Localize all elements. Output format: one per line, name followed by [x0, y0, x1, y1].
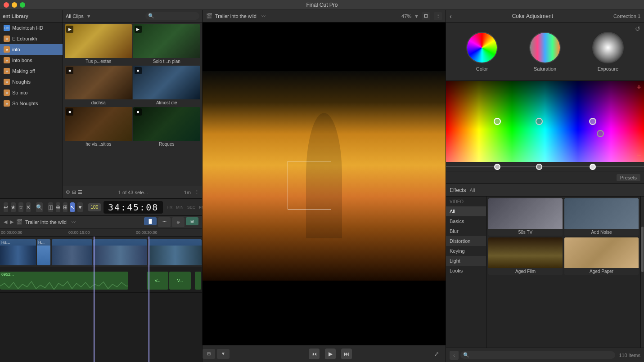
audio-clip[interactable] — [195, 272, 201, 290]
settings-icon[interactable]: ⚙ — [66, 189, 70, 195]
speed-indicator[interactable]: 100 — [88, 203, 101, 211]
video-selection-box[interactable] — [288, 161, 331, 210]
app-title: Final Cut Pro — [306, 2, 338, 8]
effects-cat-keying[interactable]: Keying — [446, 246, 486, 256]
sidebar-item-electronikh[interactable]: ★ ElEctronikh — [0, 33, 63, 44]
blade-tool-button[interactable]: ⊕ — [56, 202, 60, 212]
viewer-transform-button[interactable]: ⊟ — [203, 349, 215, 359]
clip-item[interactable]: ■ he vis...sitios — [65, 107, 132, 147]
scroll-handle-icon[interactable]: ⋮ — [194, 189, 199, 195]
all-clips-dropdown[interactable]: All Clips — [66, 13, 84, 19]
timeline-clip[interactable] — [149, 239, 202, 265]
gradient-handle-1[interactable] — [494, 118, 501, 125]
h-slider-thumb-2[interactable] — [536, 164, 542, 170]
star-rating-button[interactable]: ★ — [11, 202, 16, 212]
timeline-clip[interactable]: H... — [37, 239, 50, 265]
viewer-settings-button[interactable]: ⋮ — [434, 12, 442, 20]
effects-cat-looks[interactable]: Looks — [446, 266, 486, 276]
gradient-add-button[interactable]: + — [636, 83, 641, 92]
go-to-start-button[interactable]: ⏮ — [309, 349, 320, 359]
clips-search-bar[interactable]: 🔍 — [145, 12, 199, 20]
trim-tool-button[interactable]: ◫ — [48, 202, 53, 212]
effects-cat-all[interactable]: All — [446, 206, 486, 216]
clip-item[interactable]: ■ duchsa — [65, 66, 132, 106]
effects-cat-blur[interactable]: Blur — [446, 226, 486, 236]
video-preview-area[interactable] — [203, 22, 446, 345]
exposure-wheel[interactable] — [592, 32, 624, 63]
h-slider-thumb-1[interactable] — [494, 164, 500, 170]
star-icon: ★ — [4, 68, 10, 74]
h-slider-thumb-3[interactable] — [590, 164, 596, 170]
color-h-slider[interactable] — [446, 162, 644, 171]
effect-add-noise[interactable]: Add Noise — [564, 198, 639, 236]
reject-button[interactable]: ✕ — [26, 202, 31, 212]
in-out-button[interactable]: ▐▌ — [144, 217, 157, 225]
select-tool-button[interactable]: ↖ — [70, 202, 75, 212]
zoom-dropdown-arrow[interactable]: ▼ — [414, 13, 419, 19]
search-button[interactable]: 🔍 — [36, 202, 43, 212]
dropdown-arrow[interactable]: ▼ — [86, 13, 91, 19]
effects-all-link[interactable]: All — [469, 188, 475, 193]
gradient-handle-2[interactable] — [536, 118, 543, 125]
gradient-handle-3[interactable] — [589, 118, 596, 125]
effects-back-button[interactable]: ‹ — [450, 351, 459, 360]
effect-aged-film[interactable]: Aged Film — [488, 237, 563, 275]
maximize-button[interactable] — [20, 2, 25, 8]
effect-thumbnail — [564, 237, 639, 268]
library-sidebar: ent Library HD Macintosh HD ★ ElEctronik… — [0, 10, 63, 198]
waveform-toggle[interactable]: 〜 — [158, 217, 171, 227]
audio-clip[interactable]: V... — [169, 272, 191, 290]
sidebar-item-into-bons[interactable]: ★ into bons — [0, 55, 63, 66]
gradient-remove-button[interactable]: − — [636, 151, 641, 160]
clip-item[interactable]: ▶ Tus p...estas — [65, 24, 132, 65]
audio-clip[interactable]: V... — [147, 272, 168, 290]
effect-aged-paper[interactable]: Aged Paper — [564, 237, 639, 275]
fullscreen-button[interactable]: ⤢ — [431, 349, 442, 359]
zoom-toggle[interactable]: ⊕ — [172, 217, 185, 227]
grid-view-icon[interactable]: ⊞ — [72, 189, 76, 195]
clip-item[interactable]: ▶ Solo t...n plan — [133, 24, 201, 65]
back-track-icon[interactable]: ◀ — [4, 219, 7, 225]
clip-item[interactable]: ■ Roques — [133, 107, 201, 147]
color-wheel[interactable] — [466, 32, 498, 63]
saturation-wheel[interactable] — [529, 32, 561, 63]
connect-tool-button[interactable]: ⊞ — [63, 202, 68, 212]
gradient-handle-4[interactable] — [597, 130, 604, 137]
star-rating-empty-button[interactable]: ☆ — [18, 202, 23, 212]
timeline-clip[interactable]: Ha... — [0, 239, 36, 265]
sidebar-item-macintosh-hd[interactable]: HD Macintosh HD — [0, 22, 63, 33]
sidebar-item-noughts[interactable]: ★ Noughts — [0, 76, 63, 87]
sidebar-item-into[interactable]: ★ into — [0, 44, 63, 55]
view-toggle[interactable]: ⊞ — [186, 217, 198, 225]
timeline-clip[interactable] — [52, 239, 92, 265]
effect-50s-tv[interactable]: 50s TV — [488, 198, 563, 236]
effects-search-bar[interactable]: 🔍 — [460, 351, 615, 359]
color-back-button[interactable]: ‹ — [450, 13, 452, 20]
clip-item[interactable]: ■ Almost die — [133, 66, 201, 106]
range-select-button[interactable]: ▼ — [77, 202, 83, 212]
effects-scrollbar-thumb[interactable] — [641, 227, 644, 272]
waveform-icon[interactable]: 〰 — [261, 13, 266, 19]
presets-button[interactable]: Presets — [617, 174, 640, 181]
minimize-button[interactable] — [12, 2, 17, 8]
effects-cat-light[interactable]: Light — [446, 256, 486, 266]
sidebar-item-making-off[interactable]: ★ Making off — [0, 66, 63, 76]
list-view-icon[interactable]: ☰ — [78, 189, 82, 195]
play-icon[interactable]: ▶ — [10, 219, 14, 225]
audio-clip[interactable]: 6952... — [0, 272, 128, 290]
effects-cat-basics[interactable]: Basics — [446, 216, 486, 226]
viewer-zoom-button[interactable]: ⊞ — [422, 12, 430, 20]
viewer-zoom-dropdown[interactable]: ▼ — [217, 349, 230, 359]
effects-scrollbar[interactable] — [640, 197, 644, 348]
play-pause-button[interactable]: ▶ — [325, 349, 336, 359]
close-button[interactable] — [4, 2, 9, 8]
sidebar-item-so-into[interactable]: ★ So into — [0, 87, 63, 98]
undo-button[interactable]: ↺ — [635, 25, 640, 32]
waveform-icon[interactable]: 〰 — [71, 219, 76, 225]
go-to-end-button[interactable]: ⏭ — [341, 349, 352, 359]
effects-cat-distortion[interactable]: Distortion — [446, 236, 486, 246]
sidebar-item-so-noughts[interactable]: ★ So Noughts — [0, 98, 63, 109]
color-gradient-area[interactable]: + − — [446, 81, 644, 162]
timeline-clip[interactable] — [93, 239, 147, 265]
arrow-tool-button[interactable]: ↩ — [4, 202, 8, 212]
